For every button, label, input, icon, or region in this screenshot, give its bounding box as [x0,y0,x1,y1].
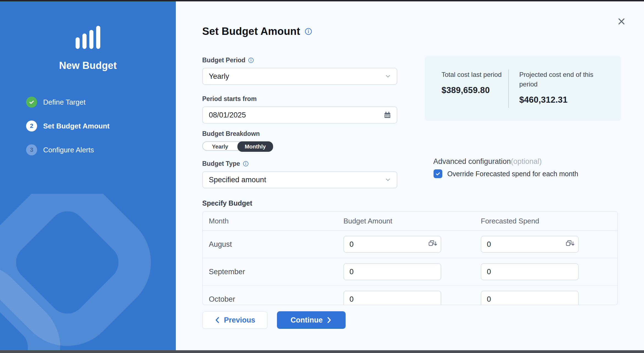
toggle-option-yearly[interactable]: Yearly [203,142,237,151]
step-configure-alerts[interactable]: 3 Configure Alerts [26,144,110,155]
selected-value: Yearly [209,72,229,81]
chevron-right-icon [326,317,332,323]
stat-value: $389,659.80 [442,85,502,95]
budget-amount-input-october[interactable] [343,291,441,305]
checkbox-check-icon [435,171,441,177]
stat-label: Total cost last period [442,70,502,79]
total-cost-stat: Total cost last period $389,659.80 [442,70,502,95]
period-start-date-input[interactable]: 08/01/2025 [202,107,397,124]
wizard-steps: Define Target 2 Set Budget Amount 3 Conf… [26,97,110,155]
wizard-sidebar: New Budget Define Target 2 Set Budget Am… [0,0,176,353]
month-name: October [203,295,343,304]
chevron-down-icon [385,73,391,80]
step-define-target[interactable]: Define Target [26,97,110,108]
forecasted-spend-input-october[interactable] [481,291,579,305]
copy-down-icon[interactable] [564,240,575,248]
cost-summary-card: Total cost last period $389,659.80 Proje… [425,56,621,121]
specify-budget-label: Specify Budget [202,199,397,207]
month-name: August [203,240,343,249]
budget-amount-input-august[interactable] [343,236,441,253]
step-set-budget-amount[interactable]: 2 Set Budget Amount [26,121,110,131]
window-top-edge [0,0,644,1]
info-icon[interactable] [248,57,254,63]
new-budget-modal: New Budget Define Target 2 Set Budget Am… [0,0,644,353]
continue-button[interactable]: Continue [277,311,346,329]
budget-breakdown-toggle: Yearly Monthly [202,141,273,151]
stat-divider [508,69,509,108]
budget-period-label: Budget Period [202,57,397,64]
table-row-august: August [203,231,617,258]
label-text: Budget Period [202,57,245,64]
month-name: September [203,268,343,276]
override-forecast-checkbox[interactable] [434,169,442,178]
label-text: Budget Type [202,160,240,167]
continue-label: Continue [291,316,323,324]
budget-type-select[interactable]: Specified amount [202,171,397,188]
selected-value: Specified amount [209,176,266,184]
copy-down-icon[interactable] [427,240,438,248]
specify-budget-table: Month Budget Amount Forecasted Spend Aug… [202,211,618,305]
step-label: Set Budget Amount [43,122,110,130]
override-forecast-row: Override Forecasted spend for each month [434,169,578,178]
page-title: Set Budget Amount [202,26,300,37]
toggle-option-monthly[interactable]: Monthly [237,141,273,152]
table-row-october: October [203,286,617,305]
stat-value: $460,312.31 [519,95,610,105]
brand-watermark [0,194,176,353]
previous-button[interactable]: Previous [202,311,268,329]
label-text: Budget Breakdown [202,130,260,138]
column-header-forecasted-spend: Forecasted Spend [481,217,607,225]
label-text: Period starts from [202,95,257,103]
wizard-title: New Budget [0,60,176,71]
previous-label: Previous [224,316,255,324]
optional-tag: (optional) [511,157,542,166]
step-number-badge: 3 [26,144,37,155]
period-starts-label: Period starts from [202,95,397,103]
budget-period-select[interactable]: Yearly [202,68,397,85]
chevron-down-icon [385,177,391,183]
wizard-actions: Previous Continue [202,311,397,329]
bar-chart-logo [0,26,176,49]
set-budget-amount-panel: Total cost last period $389,659.80 Proje… [176,1,644,350]
override-forecast-label: Override Forecasted spend for each month [447,170,578,178]
projected-cost-stat: Projected cost end of this period $460,3… [519,70,610,105]
step-label: Configure Alerts [43,146,94,154]
close-icon[interactable] [615,16,628,28]
column-header-month: Month [203,217,343,225]
step-complete-icon [26,97,37,108]
advanced-title: Advanced configuration [433,157,511,166]
table-header-row: Month Budget Amount Forecasted Spend [203,212,617,231]
chevron-left-icon [215,317,220,323]
forecasted-spend-input-august[interactable] [481,236,579,253]
budget-form: Set Budget Amount Budget Period Yearly [202,25,397,329]
budget-breakdown-label: Budget Breakdown [202,130,397,138]
table-row-september: September [203,258,617,286]
date-value: 08/01/2025 [209,111,246,119]
column-header-budget-amount: Budget Amount [343,217,481,225]
budget-type-label: Budget Type [202,160,397,167]
step-label: Define Target [43,98,85,107]
budget-amount-input-september[interactable] [343,263,441,280]
stat-label: Projected cost end of this period [519,70,610,89]
info-icon[interactable] [305,28,312,35]
window-bottom-edge [0,350,644,353]
info-icon[interactable] [243,161,249,167]
advanced-configuration-heading: Advanced configuration(optional) [433,157,542,166]
forecasted-spend-input-september[interactable] [481,263,579,280]
step-number-badge: 2 [26,121,37,131]
calendar-icon[interactable] [384,111,391,119]
